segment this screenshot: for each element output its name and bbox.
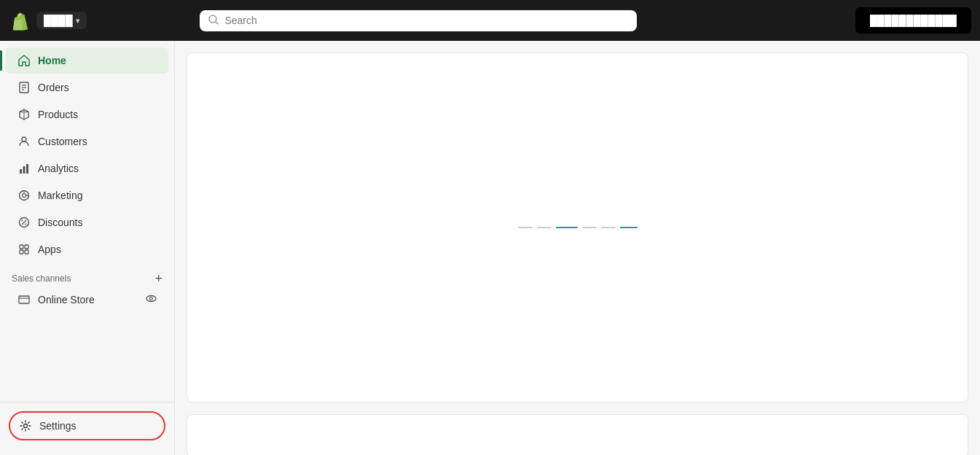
svg-point-29 <box>150 298 153 300</box>
sales-channels-title: Sales channels <box>12 273 71 284</box>
sidebar-bottom: Settings <box>0 402 174 449</box>
top-header: ████ ▾ ████████████ <box>0 0 980 41</box>
sales-channels-section: Sales channels + Online Store <box>0 263 174 314</box>
eye-icon <box>146 293 157 306</box>
search-input[interactable] <box>224 15 628 26</box>
store-name-button[interactable]: ████ ▾ <box>36 12 87 29</box>
online-store-icon <box>17 293 31 306</box>
products-icon <box>17 108 31 121</box>
orders-icon <box>17 81 31 94</box>
sidebar-item-products[interactable]: Products <box>6 101 168 128</box>
sidebar-item-marketing-label: Marketing <box>38 190 82 201</box>
sidebar-item-discounts[interactable]: Discounts <box>6 209 168 236</box>
svg-point-21 <box>26 224 27 225</box>
sidebar-item-orders-label: Orders <box>38 82 69 93</box>
svg-rect-13 <box>26 164 28 174</box>
sidebar-item-analytics[interactable]: Analytics <box>6 155 168 182</box>
sidebar-item-home-label: Home <box>38 55 66 66</box>
store-name-label: ████ <box>44 15 73 26</box>
sidebar-item-apps-label: Apps <box>38 244 61 255</box>
loading-dash-teal <box>556 227 578 228</box>
svg-point-15 <box>23 194 26 198</box>
loading-dash-4 <box>601 227 616 228</box>
svg-line-3 <box>216 22 218 24</box>
discounts-icon <box>17 216 31 229</box>
main-content-card <box>187 52 968 402</box>
svg-rect-26 <box>19 296 29 303</box>
sidebar-item-home[interactable]: Home <box>6 47 168 74</box>
sidebar-nav: Home Orders <box>0 47 174 402</box>
svg-point-10 <box>22 137 26 141</box>
secondary-content-card <box>187 414 968 455</box>
loading-dash-2 <box>537 227 552 228</box>
search-icon <box>208 15 219 27</box>
sidebar-item-customers[interactable]: Customers <box>6 128 168 155</box>
loading-dash-1 <box>518 227 533 228</box>
svg-point-30 <box>24 424 28 428</box>
sidebar-item-analytics-label: Analytics <box>38 163 79 174</box>
svg-point-20 <box>22 220 23 222</box>
marketing-icon <box>17 189 31 202</box>
sidebar-item-customers-label: Customers <box>38 136 87 147</box>
home-icon <box>17 54 31 67</box>
svg-rect-22 <box>20 245 23 249</box>
shopify-logo <box>9 9 32 32</box>
svg-rect-25 <box>25 250 28 254</box>
store-dropdown-caret: ▾ <box>76 17 79 25</box>
sidebar: Home Orders <box>0 41 175 455</box>
sidebar-item-online-store[interactable]: Online Store <box>12 288 162 311</box>
sidebar-item-apps[interactable]: Apps <box>6 236 168 262</box>
settings-icon <box>19 419 32 432</box>
svg-rect-12 <box>23 166 26 174</box>
logo-area: ████ ▾ <box>9 9 87 32</box>
svg-rect-11 <box>20 169 22 174</box>
sidebar-item-products-label: Products <box>38 109 78 120</box>
analytics-icon <box>17 162 31 175</box>
apps-icon <box>17 243 31 256</box>
online-store-left: Online Store <box>17 293 95 306</box>
header-cta-button[interactable]: ████████████ <box>855 7 971 34</box>
settings-label: Settings <box>39 420 77 432</box>
main-content <box>175 41 980 455</box>
add-sales-channel-button[interactable]: + <box>154 272 162 285</box>
sales-channels-header: Sales channels + <box>12 272 162 285</box>
main-layout: Home Orders <box>0 41 980 455</box>
online-store-label: Online Store <box>38 294 95 306</box>
search-box <box>200 10 637 31</box>
sidebar-item-orders[interactable]: Orders <box>6 74 168 101</box>
sidebar-item-settings[interactable]: Settings <box>9 411 165 440</box>
svg-point-28 <box>146 296 156 302</box>
sidebar-item-marketing[interactable]: Marketing <box>6 182 168 209</box>
customers-icon <box>17 135 31 148</box>
loading-dash-teal2 <box>620 227 638 228</box>
svg-rect-1 <box>14 20 22 30</box>
header-right: ████████████ <box>855 7 971 34</box>
svg-rect-23 <box>25 245 28 249</box>
sidebar-item-discounts-label: Discounts <box>38 217 82 228</box>
loading-dash-3 <box>582 227 597 228</box>
card-loading-indicator <box>518 227 638 228</box>
svg-rect-24 <box>20 250 23 254</box>
search-area <box>200 10 637 31</box>
